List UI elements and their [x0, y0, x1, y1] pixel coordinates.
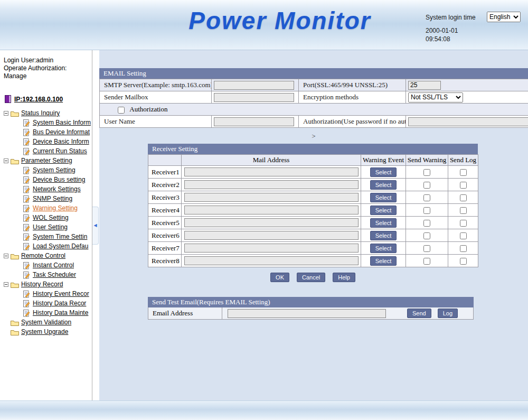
send-warning-checkbox[interactable] — [423, 220, 430, 227]
sidebar-item-system-setting[interactable]: System Setting — [33, 166, 76, 174]
smtp-server-label: SMTP Server(Example: smtp.163.com) — [100, 79, 212, 91]
sidebar-item-instant-control[interactable]: Instant Control — [33, 262, 74, 269]
receiver-label: Receiver2 — [148, 179, 182, 191]
log-button[interactable]: Log — [438, 309, 458, 318]
smtp-server-input[interactable] — [214, 81, 294, 90]
receiver-mail-input[interactable] — [184, 167, 359, 176]
sidebar-item-snmp-setting[interactable]: SNMP Setting — [33, 195, 72, 202]
sidebar-item-history-record[interactable]: History Record — [21, 281, 63, 288]
cancel-button[interactable]: Cancel — [297, 273, 325, 282]
receiver-mail-input[interactable] — [184, 244, 359, 253]
receiver-mail-input[interactable] — [184, 231, 359, 240]
sidebar-item-load-system-defau[interactable]: Load System Defau — [33, 242, 88, 250]
login-date: 2000-01-01 — [426, 27, 521, 34]
header-info: System login time English 2000-01-01 09:… — [426, 12, 521, 43]
nav-tree: Status InquirySystem Basic InformBus Dev… — [4, 108, 92, 337]
receiver-label: Receiver8 — [148, 255, 182, 267]
sidebar-item-system-validation[interactable]: System Validation — [21, 319, 71, 326]
app-title: Power Monitor — [188, 6, 371, 35]
document-edit-icon — [23, 271, 30, 279]
send-log-checkbox[interactable] — [460, 258, 467, 265]
receiver-row-receiver4: Receiver4Select — [148, 204, 478, 217]
sidebar-item-user-setting[interactable]: User Setting — [33, 223, 68, 231]
help-button[interactable]: Help — [333, 273, 355, 282]
select-button[interactable]: Select — [370, 180, 397, 190]
device-ip-link[interactable]: IP:192.168.0.100 — [14, 96, 63, 103]
collapse-minus-icon[interactable] — [4, 254, 8, 258]
tree-leaf-history-data-mainte: History Data Mainte — [4, 308, 92, 318]
auth-password-input[interactable] — [408, 117, 528, 126]
select-button[interactable]: Select — [370, 231, 397, 240]
test-email-input[interactable] — [228, 309, 386, 318]
send-log-checkbox[interactable] — [460, 194, 467, 201]
receiver-mail-input[interactable] — [184, 218, 359, 227]
language-select[interactable]: English — [487, 12, 521, 22]
select-button[interactable]: Select — [370, 244, 397, 253]
receiver-row-receiver7: Receiver7Select — [148, 242, 478, 255]
send-log-checkbox[interactable] — [460, 207, 467, 214]
send-warning-checkbox[interactable] — [423, 194, 430, 201]
receiver-header-row: Mail Address Warning Event Send Warning … — [148, 155, 478, 166]
encryption-select[interactable]: Not SSL/TLS — [408, 92, 463, 102]
document-edit-icon — [23, 290, 30, 298]
send-log-checkbox[interactable] — [460, 245, 467, 252]
ok-button[interactable]: OK — [270, 273, 289, 282]
sidebar-item-remote-control[interactable]: Remote Control — [21, 252, 65, 259]
authorization-checkbox[interactable] — [118, 107, 125, 114]
login-user-text: Login User:admin — [4, 57, 92, 64]
send-button[interactable]: Send — [407, 309, 431, 318]
sidebar-item-current-run-status[interactable]: Current Run Status — [33, 147, 87, 155]
sidebar-item-bus-device-informat[interactable]: Bus Device Informat — [33, 128, 90, 136]
sidebar-item-history-data-recor[interactable]: History Data Recor — [33, 300, 86, 307]
send-warning-checkbox[interactable] — [423, 207, 430, 214]
sidebar-item-system-basic-inform[interactable]: System Basic Inform — [33, 119, 91, 126]
sidebar-item-parameter-setting[interactable]: Parameter Setting — [21, 157, 72, 164]
sidebar-item-status-inquiry[interactable]: Status Inquiry — [21, 109, 60, 117]
user-name-cell — [212, 116, 299, 128]
collapse-minus-icon[interactable] — [4, 158, 8, 163]
receiver-mail-input[interactable] — [184, 180, 359, 189]
email-setting-table: SMTP Server(Example: smtp.163.com) Port(… — [99, 79, 528, 128]
collapse-minus-icon[interactable] — [4, 282, 8, 287]
send-warning-checkbox[interactable] — [423, 232, 430, 239]
sidebar-item-network-settings[interactable]: Network Settings — [33, 185, 81, 193]
send-warning-checkbox[interactable] — [423, 258, 430, 265]
receiver-mail-input[interactable] — [184, 193, 359, 202]
select-button[interactable]: Select — [370, 218, 397, 228]
send-log-checkbox[interactable] — [460, 220, 467, 227]
send-warning-checkbox[interactable] — [423, 245, 430, 252]
port-input[interactable] — [408, 81, 441, 90]
collapse-sidebar-handle[interactable]: ◀ — [92, 207, 99, 245]
send-warning-checkbox[interactable] — [423, 169, 430, 176]
send-warning-checkbox[interactable] — [423, 182, 430, 189]
sidebar-item-wol-setting[interactable]: WOL Setting — [33, 214, 69, 221]
document-edit-icon — [23, 147, 30, 155]
collapse-minus-icon[interactable] — [4, 111, 8, 116]
authorization-row: Authorization — [100, 104, 528, 116]
select-button[interactable]: Select — [370, 167, 397, 177]
select-button[interactable]: Select — [370, 256, 397, 266]
tree-node-system-upgrade: System Upgrade — [4, 327, 92, 337]
sidebar-item-task-scheduler[interactable]: Task Scheduler — [33, 271, 76, 278]
send-log-checkbox[interactable] — [460, 169, 467, 176]
document-edit-icon — [23, 195, 30, 203]
document-edit-icon — [23, 176, 30, 184]
send-log-checkbox[interactable] — [460, 182, 467, 189]
user-name-input[interactable] — [214, 117, 294, 126]
folder-icon — [11, 319, 19, 326]
send-log-checkbox[interactable] — [460, 232, 467, 239]
col-send-log: Send Log — [448, 155, 478, 166]
select-button[interactable]: Select — [370, 193, 397, 202]
sidebar-item-device-bus-setting[interactable]: Device Bus setting — [33, 176, 85, 183]
receiver-mail-input[interactable] — [184, 206, 359, 214]
sidebar-item-history-event-recor[interactable]: History Event Recor — [33, 290, 89, 297]
sidebar-item-warning-setting[interactable]: Warning Setting — [33, 204, 78, 212]
sidebar-item-device-basic-inform[interactable]: Device Basic Inform — [33, 138, 89, 145]
sidebar-item-history-data-mainte[interactable]: History Data Mainte — [33, 309, 88, 316]
receiver-mail-input[interactable] — [184, 256, 359, 265]
sender-mailbox-input[interactable] — [214, 93, 294, 102]
sidebar-item-system-upgrade[interactable]: System Upgrade — [21, 328, 68, 335]
select-button[interactable]: Select — [370, 206, 397, 215]
authorization-label: Authorization — [129, 105, 167, 113]
sidebar-item-system-time-settin[interactable]: System Time Settin — [33, 233, 87, 240]
